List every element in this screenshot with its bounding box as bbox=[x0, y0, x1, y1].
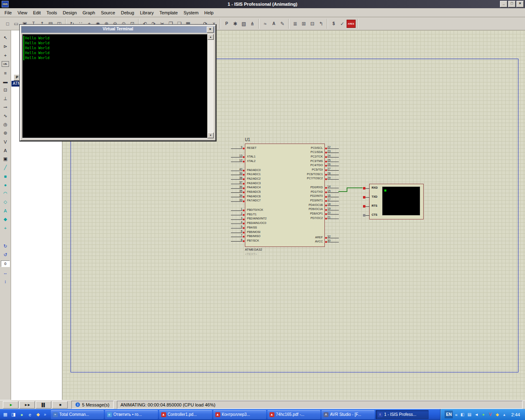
device-pin-icon[interactable]: ⊸ bbox=[1, 103, 10, 112]
graph-tool-icon[interactable]: ∿ bbox=[1, 112, 10, 120]
menu-item[interactable]: View bbox=[15, 9, 30, 16]
terminal-output-area[interactable]: Hello WorldHello WorldHello WorldHello W… bbox=[22, 34, 208, 138]
pick-device-icon[interactable]: P bbox=[222, 20, 231, 28]
menu-item[interactable]: File bbox=[2, 9, 15, 16]
chip-pin[interactable]: 24 PC2/TCK bbox=[274, 154, 340, 159]
design-explorer-icon[interactable]: ≣ bbox=[291, 20, 299, 28]
virtual-terminal-titlebar[interactable]: Virtual Terminal × bbox=[21, 26, 215, 33]
property-assignment-icon[interactable]: ✎ bbox=[278, 20, 287, 28]
play-button[interactable]: ► bbox=[3, 401, 18, 409]
component-tool-icon[interactable]: ⊳ bbox=[1, 42, 10, 51]
netlist-to-ares-icon[interactable]: ARES bbox=[347, 20, 356, 28]
generator-tool-icon[interactable]: ⊚ bbox=[1, 129, 10, 137]
tray-mouse-icon[interactable]: ▴ bbox=[502, 412, 507, 418]
terminal-pin[interactable]: RXD bbox=[363, 186, 388, 191]
taskbar-task[interactable]: e Ответить • го... bbox=[105, 410, 158, 419]
rotate-anticlockwise-icon[interactable]: ↺ bbox=[1, 251, 10, 259]
menu-item[interactable]: Edit bbox=[30, 9, 43, 16]
tray-update-icon[interactable]: ● bbox=[481, 412, 486, 418]
chip-pin[interactable]: 23 PC1/SDA bbox=[274, 150, 340, 155]
exit-to-parent-icon[interactable]: ↰ bbox=[317, 20, 325, 28]
terminal-pin[interactable]: CTS bbox=[363, 213, 388, 218]
2d-line-icon[interactable]: ╱ bbox=[1, 163, 10, 172]
ql-keyboard-icon[interactable]: ▦ bbox=[2, 411, 9, 418]
2d-circle-icon[interactable]: ● bbox=[1, 180, 10, 189]
voltage-probe-icon[interactable]: V bbox=[1, 137, 10, 146]
maximize-button[interactable]: □ bbox=[508, 1, 516, 7]
terminal-scrollbar[interactable]: ▲ ▼ bbox=[207, 34, 214, 138]
menu-item[interactable]: System bbox=[180, 9, 201, 16]
menu-item[interactable]: Library bbox=[137, 9, 157, 16]
minimize-button[interactable]: _ bbox=[500, 1, 507, 7]
new-design-icon[interactable]: □ bbox=[3, 20, 12, 28]
menu-item[interactable]: Source bbox=[98, 9, 118, 16]
close-button[interactable]: × bbox=[516, 1, 524, 7]
menu-item[interactable]: Template bbox=[157, 9, 181, 16]
taskbar-task[interactable]: I 1 - ISIS Profess... bbox=[376, 410, 429, 419]
taskbar-clock[interactable]: 2:44 bbox=[509, 412, 522, 417]
stop-button[interactable]: ■ bbox=[52, 401, 68, 409]
ql-desktop-icon[interactable]: ◨ bbox=[10, 411, 17, 418]
virtual-terminal-component[interactable]: RXD TXD RTS CTS bbox=[369, 184, 424, 219]
taskbar-task[interactable]: » Total Comman... bbox=[51, 410, 104, 419]
menu-item[interactable]: Tools bbox=[43, 9, 60, 16]
tray-volume-icon[interactable]: ◄ bbox=[474, 412, 479, 418]
taskbar-task[interactable]: ▲ Контроллер3... bbox=[213, 410, 266, 419]
chip-pin[interactable]: 16 PD2/INT0 bbox=[274, 194, 340, 199]
text-script-icon[interactable]: ≡ bbox=[1, 68, 10, 77]
2d-text-icon[interactable]: A bbox=[1, 206, 10, 215]
junction-dot-icon[interactable]: + bbox=[1, 51, 10, 59]
chip-pin[interactable]: 29 PC7/TOSC2 bbox=[274, 176, 340, 181]
rotate-clockwise-icon[interactable]: ↻ bbox=[1, 242, 10, 251]
terminal-tool-icon[interactable]: ⊥ bbox=[1, 94, 10, 103]
ql-player-icon[interactable]: ● bbox=[18, 411, 25, 418]
remove-sheet-icon[interactable]: ⊟ bbox=[308, 20, 317, 28]
terminal-pin[interactable]: TXD bbox=[363, 195, 388, 200]
wire-autorouter-icon[interactable]: ≈ bbox=[261, 20, 269, 28]
menu-item[interactable]: Help bbox=[201, 9, 217, 16]
quick-launch-chevron-icon[interactable]: » bbox=[43, 412, 47, 417]
chip-pin[interactable]: 30 AVCC bbox=[274, 240, 340, 244]
subcircuit-icon[interactable]: ⊡ bbox=[1, 86, 10, 94]
2d-path-icon[interactable]: ◇ bbox=[1, 198, 10, 206]
chip-pin[interactable]: 15 PD1/TXD bbox=[274, 189, 340, 194]
search-tag-icon[interactable]: A bbox=[269, 20, 278, 28]
virtual-terminal-window[interactable]: Virtual Terminal × Hello WorldHello Worl… bbox=[20, 25, 216, 141]
message-panel[interactable]: i 5 Message(s) bbox=[71, 401, 114, 409]
2d-markers-icon[interactable]: + bbox=[1, 224, 10, 232]
bus-tool-icon[interactable]: ▬ bbox=[1, 77, 10, 86]
chip-pin[interactable]: 28 PC6/TOSC1 bbox=[274, 172, 340, 176]
taskbar-task[interactable]: ▲ 74hc165.pdf -... bbox=[267, 410, 320, 419]
chip-pin[interactable]: 25 PC3/TMS bbox=[274, 159, 340, 163]
taskbar-task[interactable]: ▲ Controller1.pd... bbox=[159, 410, 212, 419]
chip-pin[interactable]: 17 PD3/INT1 bbox=[274, 199, 340, 203]
mirror-vertical-icon[interactable]: ↕ bbox=[1, 277, 10, 285]
open-design-icon[interactable]: ▭ bbox=[12, 20, 21, 28]
ql-totalcmd-icon[interactable]: ◆ bbox=[35, 411, 41, 418]
current-probe-icon[interactable]: A bbox=[1, 146, 10, 155]
chip-pin[interactable]: 32 AREF bbox=[274, 235, 340, 240]
language-indicator[interactable]: EN bbox=[445, 411, 453, 418]
tray-antivirus-icon[interactable]: V bbox=[488, 412, 493, 418]
step-button[interactable]: ►► bbox=[19, 401, 35, 409]
scroll-up-icon[interactable]: ▲ bbox=[208, 34, 214, 40]
chip-pin[interactable]: 27 PC5/TDI bbox=[274, 167, 340, 172]
2d-symbol-icon[interactable]: ◆ bbox=[1, 215, 10, 224]
2d-arc-icon[interactable]: ◠ bbox=[1, 189, 10, 198]
chip-pin[interactable]: 21 PD7/OC2 bbox=[274, 216, 340, 220]
mirror-horizontal-icon[interactable]: ↔ bbox=[1, 268, 10, 277]
tray-chevron-icon[interactable]: « bbox=[455, 412, 457, 417]
tray-usb-icon[interactable]: ▤ bbox=[467, 412, 472, 418]
packaging-tool-icon[interactable]: ▧ bbox=[240, 20, 248, 28]
menu-item[interactable]: Graph bbox=[80, 9, 98, 16]
chip-pin[interactable]: 26 PC4/TDO bbox=[274, 163, 340, 168]
bill-of-materials-icon[interactable]: $ bbox=[329, 20, 338, 28]
close-icon[interactable]: × bbox=[207, 27, 214, 33]
rotation-angle-input[interactable]: 0 bbox=[1, 260, 10, 267]
chip-pin[interactable]: 22 PC0/SCL bbox=[274, 146, 340, 150]
ql-ie-icon[interactable]: e bbox=[27, 411, 33, 418]
tape-recorder-icon[interactable]: ◎ bbox=[1, 120, 10, 129]
menu-item[interactable]: Design bbox=[60, 9, 80, 16]
taskbar-task[interactable]: A AVR Studio - [F... bbox=[322, 410, 374, 419]
chip-pin[interactable]: 19 PD5/OC1A bbox=[274, 207, 340, 212]
